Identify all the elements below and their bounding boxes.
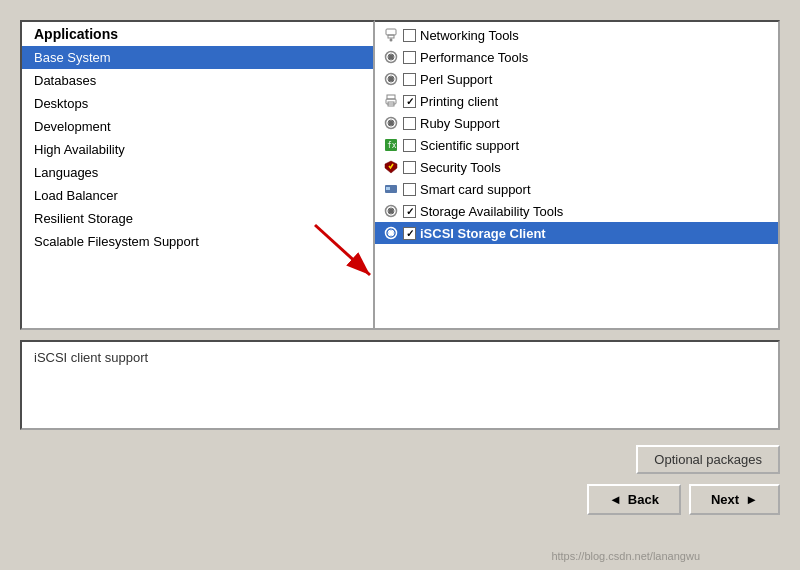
package-label-security-tools: Security Tools [420, 160, 501, 175]
package-item-ruby-support[interactable]: Ruby Support [375, 112, 778, 134]
gear-icon [383, 49, 399, 65]
sidebar-item-applications[interactable]: Applications [22, 22, 373, 46]
package-label-iscsi-storage-client: iSCSI Storage Client [420, 226, 546, 241]
sidebar-item-base-system[interactable]: Base System [22, 46, 373, 69]
package-checkbox-security-tools[interactable] [403, 161, 416, 174]
card-icon [383, 181, 399, 197]
sidebar-item-desktops[interactable]: Desktops [22, 92, 373, 115]
network-icon [383, 27, 399, 43]
printer-icon [383, 93, 399, 109]
right-list: Networking ToolsPerformance ToolsPerl Su… [375, 22, 778, 328]
sidebar-item-resilient-storage[interactable]: Resilient Storage [22, 207, 373, 230]
package-checkbox-smart-card-support[interactable] [403, 183, 416, 196]
package-label-performance-tools: Performance Tools [420, 50, 528, 65]
svg-rect-19 [386, 187, 390, 190]
package-checkbox-scientific-support[interactable] [403, 139, 416, 152]
bottom-row: Optional packages [20, 445, 780, 474]
scientific-icon: fx [383, 137, 399, 153]
svg-rect-10 [387, 95, 395, 99]
svg-rect-1 [388, 35, 394, 38]
nav-buttons: ◄ Back Next ► [20, 484, 780, 515]
package-checkbox-storage-availability-tools[interactable] [403, 205, 416, 218]
package-item-networking-tools[interactable]: Networking Tools [375, 24, 778, 46]
next-icon: ► [745, 492, 758, 507]
svg-point-20 [389, 209, 394, 214]
svg-point-2 [390, 39, 393, 42]
package-checkbox-perl-support[interactable] [403, 73, 416, 86]
description-text: iSCSI client support [34, 350, 148, 365]
package-checkbox-ruby-support[interactable] [403, 117, 416, 130]
package-label-scientific-support: Scientific support [420, 138, 519, 153]
gear-icon [383, 115, 399, 131]
svg-rect-0 [386, 29, 396, 35]
sidebar-item-languages[interactable]: Languages [22, 161, 373, 184]
gear-icon [383, 71, 399, 87]
package-item-printing-client[interactable]: Printing client [375, 90, 778, 112]
svg-text:fx: fx [387, 141, 397, 150]
svg-point-23 [389, 231, 394, 236]
next-label: Next [711, 492, 739, 507]
description-panel: iSCSI client support [20, 340, 780, 430]
package-item-perl-support[interactable]: Perl Support [375, 68, 778, 90]
panels-row: ApplicationsBase SystemDatabasesDesktops… [20, 20, 780, 330]
package-label-printing-client: Printing client [420, 94, 498, 109]
left-list: ApplicationsBase SystemDatabasesDesktops… [22, 22, 373, 328]
package-item-iscsi-storage-client[interactable]: iSCSI Storage Client [375, 222, 778, 244]
package-checkbox-printing-client[interactable] [403, 95, 416, 108]
sidebar-item-development[interactable]: Development [22, 115, 373, 138]
main-container: ApplicationsBase SystemDatabasesDesktops… [0, 0, 800, 570]
package-item-security-tools[interactable]: Security Tools [375, 156, 778, 178]
svg-point-7 [389, 77, 394, 82]
shield-icon [383, 159, 399, 175]
back-icon: ◄ [609, 492, 622, 507]
package-item-scientific-support[interactable]: fxScientific support [375, 134, 778, 156]
watermark: https://blog.csdn.net/lanangwu [551, 550, 700, 562]
svg-point-4 [389, 55, 394, 60]
package-label-storage-availability-tools: Storage Availability Tools [420, 204, 563, 219]
left-panel: ApplicationsBase SystemDatabasesDesktops… [20, 20, 375, 330]
optional-packages-button[interactable]: Optional packages [636, 445, 780, 474]
sidebar-item-scalable-filesystem[interactable]: Scalable Filesystem Support [22, 230, 373, 253]
package-label-smart-card-support: Smart card support [420, 182, 531, 197]
package-item-storage-availability-tools[interactable]: Storage Availability Tools [375, 200, 778, 222]
package-checkbox-iscsi-storage-client[interactable] [403, 227, 416, 240]
package-label-networking-tools: Networking Tools [420, 28, 519, 43]
sidebar-item-databases[interactable]: Databases [22, 69, 373, 92]
package-item-smart-card-support[interactable]: Smart card support [375, 178, 778, 200]
package-checkbox-performance-tools[interactable] [403, 51, 416, 64]
package-label-perl-support: Perl Support [420, 72, 492, 87]
sidebar-item-load-balancer[interactable]: Load Balancer [22, 184, 373, 207]
next-button[interactable]: Next ► [689, 484, 780, 515]
gear-icon [383, 225, 399, 241]
package-checkbox-networking-tools[interactable] [403, 29, 416, 42]
back-label: Back [628, 492, 659, 507]
package-label-ruby-support: Ruby Support [420, 116, 500, 131]
svg-point-13 [389, 121, 394, 126]
sidebar-item-high-availability[interactable]: High Availability [22, 138, 373, 161]
back-button[interactable]: ◄ Back [587, 484, 681, 515]
right-panel: Networking ToolsPerformance ToolsPerl Su… [375, 20, 780, 330]
gear-icon [383, 203, 399, 219]
package-item-performance-tools[interactable]: Performance Tools [375, 46, 778, 68]
